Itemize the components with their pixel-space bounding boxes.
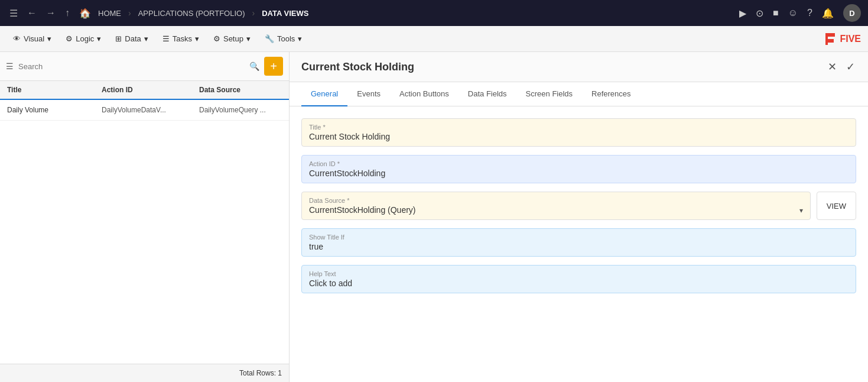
search-icon[interactable]: ⊙ [756,8,763,19]
show-title-value: true [309,242,323,251]
data-source-dropdown-icon: ▾ [799,206,803,215]
row-datasource: DailyVolumeQuery ... [199,106,282,114]
data-source-label: Data Source * [309,197,803,204]
bot-icon[interactable]: ☺ [788,8,798,18]
total-rows-label: Total Rows: 1 [239,369,282,377]
home-breadcrumb[interactable]: HOME [98,9,121,18]
table-row[interactable]: Daily Volume DailyVolumeDataV... DailyVo… [0,100,289,121]
confirm-icon[interactable]: ✓ [845,59,856,75]
main-content: ☰ 🔍 + Title Action ID Data Source Daily … [0,52,868,382]
nav-tools[interactable]: 🔧 Tools ▾ [259,31,308,47]
column-action-id: Action ID [102,86,199,94]
tasks-icon: ☰ [162,34,170,43]
tabs-bar: General Events Action Buttons Data Field… [290,82,868,106]
right-panel: Current Stock Holding ✕ ✓ General Events… [290,52,868,382]
data-dropdown-icon: ▾ [144,34,148,43]
tab-general[interactable]: General [301,82,347,106]
view-button[interactable]: VIEW [817,192,856,220]
data-source-row: Data Source * CurrentStockHolding (Query… [301,192,856,220]
table-header: Title Action ID Data Source [0,81,289,100]
svg-marker-1 [828,39,834,41]
logic-dropdown-icon: ▾ [97,34,101,43]
top-nav: ☰ ← → ↑ 🏠 HOME › APPLICATIONS (PORTFOLIO… [0,0,868,26]
tools-dropdown-icon: ▾ [298,34,302,43]
user-avatar[interactable]: D [843,4,861,22]
left-panel: ☰ 🔍 + Title Action ID Data Source Daily … [0,52,290,382]
action-id-label: Action ID * [309,160,849,167]
applications-breadcrumb[interactable]: APPLICATIONS (PORTFOLIO) [138,9,245,18]
action-id-value: CurrentStockHolding [309,169,385,178]
five-logo-icon [823,32,837,46]
form-title: Current Stock Holding [301,61,827,73]
data-icon: ⊞ [115,34,122,43]
nav-tasks[interactable]: ☰ Tasks ▾ [157,31,205,47]
tasks-dropdown-icon: ▾ [195,34,199,43]
top-nav-actions: ▶ ⊙ ■ ☺ ? 🔔 D [739,4,861,22]
column-datasource: Data Source [199,86,282,94]
tools-icon: 🔧 [265,34,274,43]
setup-dropdown-icon: ▾ [246,34,251,43]
hamburger-icon[interactable]: ☰ [7,5,20,21]
header-actions: ✕ ✓ [827,59,856,75]
title-field-container[interactable]: Title * Current Stock Holding [301,118,856,147]
stop-icon[interactable]: ■ [773,8,779,18]
form-area: Title * Current Stock Holding Action ID … [290,106,868,382]
back-button[interactable]: ← [25,5,39,21]
help-text-field-container[interactable]: Help Text Click to add [301,265,856,293]
nav-setup[interactable]: ⚙ Setup ▾ [207,31,256,47]
row-title: Daily Volume [7,106,102,114]
breadcrumb-sep-2: › [252,8,255,18]
right-header: Current Stock Holding ✕ ✓ [290,52,868,82]
visual-icon: 👁 [13,34,21,43]
data-source-field: Data Source * CurrentStockHolding (Query… [301,192,856,220]
nav-data[interactable]: ⊞ Data ▾ [109,31,154,47]
help-text-field: Help Text Click to add [301,265,856,293]
setup-icon: ⚙ [213,34,220,43]
help-text-label: Help Text [309,270,849,277]
search-magnifier-icon[interactable]: 🔍 [249,61,259,71]
tab-events[interactable]: Events [347,82,390,106]
show-title-label: Show Title If [309,234,849,241]
tab-references[interactable]: References [582,82,640,106]
add-button[interactable]: + [264,57,283,76]
action-id-field: Action ID * CurrentStockHolding [301,155,856,183]
filter-icon: ☰ [6,61,14,71]
nav-logic[interactable]: ⚙ Logic ▾ [60,31,107,47]
title-value: Current Stock Holding [309,132,390,141]
title-field: Title * Current Stock Holding [301,118,856,147]
data-source-value: CurrentStockHolding (Query) [309,205,416,215]
show-title-field: Show Title If true [301,228,856,257]
nav-visual[interactable]: 👁 Visual ▾ [7,31,57,47]
column-title: Title [7,86,102,94]
logic-icon: ⚙ [66,34,73,43]
row-action-id: DailyVolumeDataV... [102,106,199,114]
tab-action-buttons[interactable]: Action Buttons [390,82,459,106]
breadcrumb-sep-1: › [128,8,131,18]
five-logo-text: FIVE [840,34,861,44]
secondary-nav: 👁 Visual ▾ ⚙ Logic ▾ ⊞ Data ▾ ☰ Tasks ▾ … [0,26,868,52]
bell-icon[interactable]: 🔔 [822,8,834,19]
data-source-field-container[interactable]: Data Source * CurrentStockHolding (Query… [301,192,811,220]
action-id-field-container[interactable]: Action ID * CurrentStockHolding [301,155,856,183]
close-icon[interactable]: ✕ [827,59,838,75]
title-label: Title * [309,124,849,131]
tab-screen-fields[interactable]: Screen Fields [516,82,582,106]
search-input[interactable] [18,62,245,71]
dataviews-breadcrumb[interactable]: DATA VIEWS [262,9,308,18]
five-logo: FIVE [823,32,861,46]
help-text-value: Click to add [309,279,352,288]
visual-dropdown-icon: ▾ [47,34,51,43]
up-button[interactable]: ↑ [63,5,72,21]
help-icon[interactable]: ? [807,8,812,18]
tab-data-fields[interactable]: Data Fields [459,82,516,106]
search-bar: ☰ 🔍 + [0,52,289,81]
play-icon[interactable]: ▶ [739,8,746,19]
table-footer: Total Rows: 1 [0,364,289,382]
show-title-field-container[interactable]: Show Title If true [301,228,856,257]
home-icon: 🏠 [77,5,93,21]
forward-button[interactable]: → [44,5,58,21]
